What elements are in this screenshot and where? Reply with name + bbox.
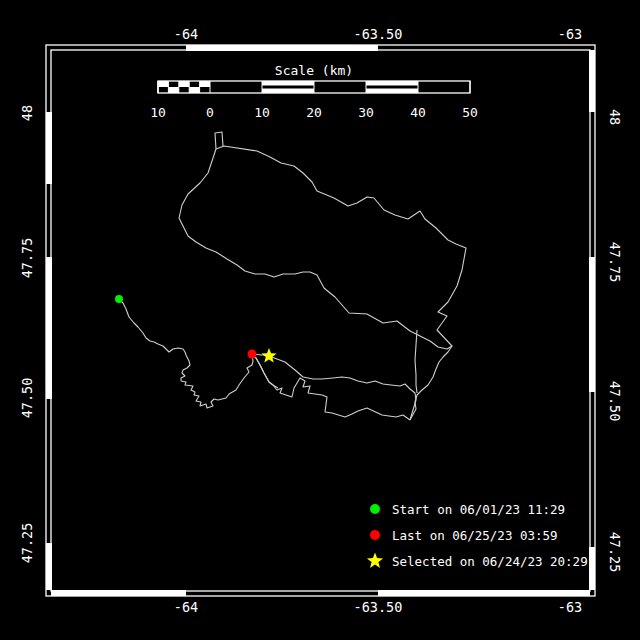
legend: Start on 06/01/23 11:29 Last on 06/25/23… — [367, 502, 588, 569]
track-polyline[interactable] — [269, 356, 416, 420]
scale-tick-label: 20 — [306, 105, 322, 120]
axis-tick-label: 47.25 — [607, 532, 623, 573]
scale-tick-label: 0 — [206, 105, 214, 120]
scale-bar-cell-stripe — [366, 86, 418, 89]
scale-checker-cell — [168, 87, 178, 93]
scale-tick-label: 10 — [254, 105, 270, 120]
tracking-map-window: -64 -63.50 -63 -64 -63.50 -63 48 47.75 4… — [0, 0, 640, 640]
axis-right: 48 47.75 47.50 47.25 — [607, 109, 623, 572]
legend-markers — [367, 504, 383, 568]
track-polyline[interactable] — [415, 330, 417, 393]
legend-last-marker — [370, 530, 380, 540]
start-point-marker[interactable] — [115, 295, 123, 303]
axis-tick-label: -64 — [174, 599, 198, 615]
axis-tick-label: -63.50 — [354, 599, 403, 615]
scale-bar — [158, 81, 470, 93]
axis-tick-label: 47.25 — [19, 523, 35, 564]
scale-checker-cell — [189, 87, 199, 93]
legend-selected-label: Selected on 06/24/23 20:29 — [392, 554, 588, 569]
legend-start-marker — [370, 504, 380, 514]
scale-checker-cell — [179, 81, 189, 87]
axis-left: 48 47.75 47.50 47.25 — [19, 105, 35, 563]
axis-tick-label: 47.50 — [19, 378, 35, 419]
axis-tick-label: 47.75 — [607, 242, 623, 283]
axis-tick-label: 48 — [19, 105, 35, 121]
scale-tick-label: 50 — [462, 105, 478, 120]
track-polyline[interactable] — [119, 299, 253, 408]
axis-tick-label: -63.50 — [354, 26, 403, 42]
selected-point-marker[interactable] — [261, 348, 276, 363]
gps-track — [119, 132, 466, 420]
legend-selected-marker — [367, 553, 383, 568]
scale-tick-label: 40 — [410, 105, 426, 120]
axis-tick-label: 47.50 — [607, 381, 623, 422]
scale-bar-cell-stripe — [262, 86, 314, 89]
axis-tick-label: 48 — [607, 109, 623, 125]
axis-tick-label: -63 — [558, 26, 582, 42]
scale-tick-label: 30 — [358, 105, 374, 120]
axis-top: -64 -63.50 -63 — [174, 26, 582, 42]
last-point-marker[interactable] — [248, 350, 257, 359]
map-canvas: -64 -63.50 -63 -64 -63.50 -63 48 47.75 4… — [0, 0, 640, 640]
scale-checker-cell — [200, 81, 210, 87]
axis-tick-label: 47.75 — [19, 238, 35, 279]
legend-last-label: Last on 06/25/23 03:59 — [392, 528, 558, 543]
axis-tick-label: -63 — [558, 599, 582, 615]
scale-tick-label: 10 — [150, 105, 166, 120]
track-polyline[interactable] — [179, 146, 466, 349]
scale-bar-title: Scale (km) — [275, 63, 353, 78]
legend-start-label: Start on 06/01/23 11:29 — [392, 502, 565, 517]
axis-bottom: -64 -63.50 -63 — [174, 599, 582, 615]
axis-tick-label: -64 — [174, 26, 198, 42]
scale-checker-cell — [158, 81, 168, 87]
